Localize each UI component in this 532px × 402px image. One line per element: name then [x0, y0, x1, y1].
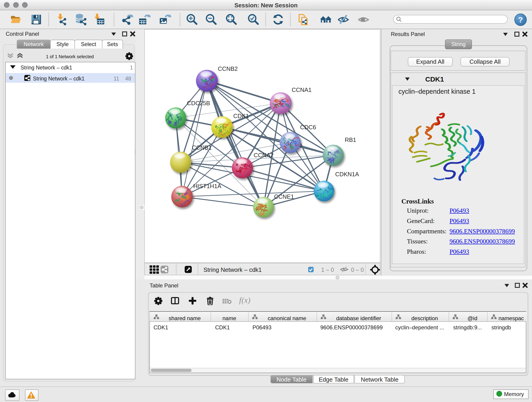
svg-text:?: ? — [518, 15, 523, 24]
svg-text:CCNA1: CCNA1 — [292, 87, 312, 93]
svg-text:CDC6: CDC6 — [300, 124, 316, 130]
svg-text:CCNB2: CCNB2 — [218, 65, 238, 72]
svg-text:CCNE1: CCNE1 — [274, 193, 294, 200]
svg-text:HIST1H1A: HIST1H1A — [193, 183, 221, 189]
svg-text:CDK1: CDK1 — [233, 113, 249, 119]
svg-text:CCNA2: CCNA2 — [254, 152, 273, 158]
svg-text:CDC25B: CDC25B — [187, 100, 210, 106]
svg-text:RB1: RB1 — [345, 137, 356, 143]
svg-text:CCNB1: CCNB1 — [192, 144, 212, 151]
svg-text:CDKN1A: CDKN1A — [335, 171, 359, 177]
